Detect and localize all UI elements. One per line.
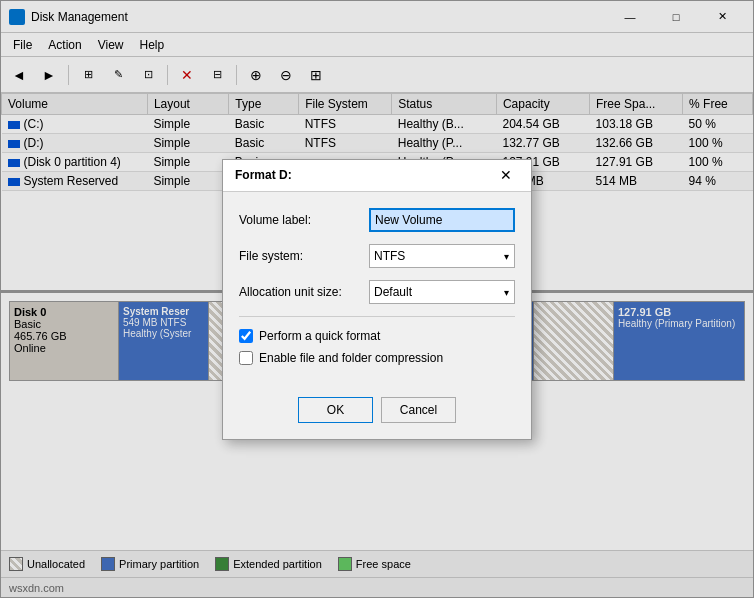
- format-dialog: Format D: ✕ Volume label: File system: N…: [222, 159, 532, 440]
- volume-label-label: Volume label:: [239, 213, 369, 227]
- compression-row: Enable file and folder compression: [239, 351, 515, 365]
- file-system-label: File system:: [239, 249, 369, 263]
- volume-label-control: [369, 208, 515, 232]
- quick-format-label[interactable]: Perform a quick format: [259, 329, 380, 343]
- dialog-close-button[interactable]: ✕: [493, 162, 519, 188]
- dialog-buttons: OK Cancel: [223, 389, 531, 439]
- quick-format-row: Perform a quick format: [239, 329, 515, 343]
- volume-label-row: Volume label:: [239, 208, 515, 232]
- modal-overlay: Format D: ✕ Volume label: File system: N…: [0, 0, 754, 598]
- allocation-unit-row: Allocation unit size: Default 512 1024 2…: [239, 280, 515, 304]
- dialog-title: Format D:: [235, 168, 493, 182]
- volume-label-input[interactable]: [369, 208, 515, 232]
- allocation-unit-label: Allocation unit size:: [239, 285, 369, 299]
- file-system-select[interactable]: NTFS FAT32 exFAT: [369, 244, 515, 268]
- file-system-row: File system: NTFS FAT32 exFAT: [239, 244, 515, 268]
- cancel-button[interactable]: Cancel: [381, 397, 456, 423]
- compression-checkbox[interactable]: [239, 351, 253, 365]
- ok-button[interactable]: OK: [298, 397, 373, 423]
- allocation-unit-control: Default 512 1024 2048 4096: [369, 280, 515, 304]
- compression-label[interactable]: Enable file and folder compression: [259, 351, 443, 365]
- file-system-control: NTFS FAT32 exFAT: [369, 244, 515, 268]
- dialog-titlebar: Format D: ✕: [223, 160, 531, 192]
- quick-format-checkbox[interactable]: [239, 329, 253, 343]
- allocation-unit-select[interactable]: Default 512 1024 2048 4096: [369, 280, 515, 304]
- dialog-divider: [239, 316, 515, 317]
- dialog-body: Volume label: File system: NTFS FAT32 ex…: [223, 192, 531, 389]
